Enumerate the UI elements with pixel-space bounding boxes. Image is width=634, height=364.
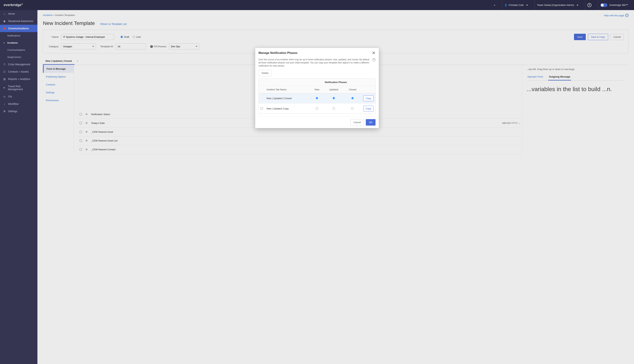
phase-table-header: Notification Phases [310,79,361,86]
phase-row[interactable]: New | Update1-Copy Copy [259,104,376,114]
phase-new-radio[interactable] [316,107,318,110]
phase-row[interactable]: New | Updated | Closed Copy [259,93,376,104]
col-new: New [310,86,324,93]
delete-button[interactable]: Delete [258,70,272,76]
col-updated: Updated [324,86,344,93]
copy-button[interactable]: Copy [363,96,374,101]
phase-row-name: New | Updated | Closed [265,93,310,104]
col-tab-name: Incident Tab Name [265,86,310,93]
phase-updated-radio[interactable] [333,97,335,99]
phase-row-checkbox[interactable] [260,107,263,110]
help-icon[interactable]: ? [372,58,376,62]
col-closed: Closed [344,86,361,93]
modal-backdrop: Manage Notification Phases ✕ Over the co… [0,0,634,364]
modal-cancel-button[interactable]: Cancel [350,119,364,126]
modal-close-button[interactable]: ✕ [372,50,376,56]
modal-title: Manage Notification Phases [258,51,297,54]
phase-table: Notification Phases Incident Tab Name Ne… [258,78,376,114]
modal-description: Over the course of an incident, there ma… [258,58,376,67]
copy-button[interactable]: Copy [363,106,374,112]
phase-closed-radio[interactable] [351,97,354,99]
phase-row-name: New | Update1-Copy [265,104,310,114]
manage-phases-modal: Manage Notification Phases ✕ Over the co… [255,48,379,128]
modal-ok-button[interactable]: OK [366,119,376,126]
close-icon: ✕ [372,50,376,55]
phase-new-radio[interactable] [316,97,318,99]
phase-updated-radio[interactable] [333,107,335,110]
phase-closed-radio[interactable] [351,107,354,110]
